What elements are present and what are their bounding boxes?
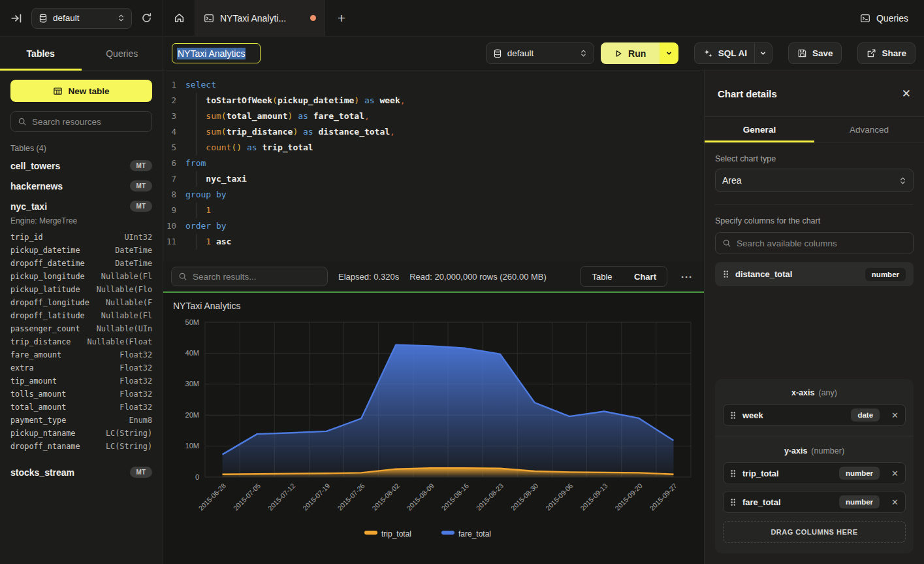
table-name: hackernews — [10, 181, 63, 191]
available-column-distance_total[interactable]: distance_total number — [715, 262, 914, 286]
drop-zone[interactable]: DRAG COLUMNS HERE — [723, 521, 906, 543]
code-text: nyc_taxi — [185, 171, 247, 187]
chart-panel: 0 10M 20M 30M 40M 50M2015-06-282015-07-0… — [163, 291, 704, 564]
table-name: cell_towers — [10, 161, 60, 171]
column-name: pickup_longitude — [10, 272, 85, 281]
chart-type-selector[interactable]: Area — [715, 169, 914, 192]
svg-text:2015-08-23: 2015-08-23 — [475, 482, 505, 512]
sql-ai-options-button[interactable] — [754, 43, 772, 63]
svg-text:2015-07-26: 2015-07-26 — [336, 482, 366, 512]
more-options-icon[interactable]: ··· — [678, 271, 696, 282]
table-item-stocks_stream[interactable]: stocks_stream MT — [0, 462, 163, 482]
column-item-dropoff_datetime: dropoff_datetime DateTime — [0, 257, 163, 270]
share-button[interactable]: Share — [857, 42, 916, 64]
column-name: dropoff_latitude — [10, 311, 85, 320]
terminal-icon — [204, 13, 214, 24]
table-item-hackernews[interactable]: hackernews MT — [0, 176, 163, 196]
field-type-badge: number — [839, 467, 880, 480]
axis-field-week[interactable]: week date ✕ — [723, 404, 906, 426]
svg-text:2015-09-27: 2015-09-27 — [648, 482, 678, 512]
legend-item-fare_total[interactable]: fare_total — [441, 529, 491, 539]
line-number: 4 — [163, 124, 185, 140]
table-item-cell_towers[interactable]: cell_towers MT — [0, 156, 163, 176]
drag-handle-icon[interactable] — [730, 469, 736, 478]
sidebar-tabs: Tables Queries — [0, 37, 163, 71]
new-tab-button[interactable]: + — [325, 0, 358, 36]
database-selector[interactable]: default — [31, 8, 132, 29]
run-button[interactable]: Run — [601, 42, 660, 64]
collapse-sidebar-icon[interactable] — [10, 12, 22, 24]
queries-button[interactable]: Queries — [844, 0, 924, 36]
column-type: Nullable(Fl — [101, 272, 152, 281]
columns-search-input[interactable] — [737, 239, 906, 248]
drag-handle-icon[interactable] — [730, 498, 736, 506]
sql-ai-button[interactable]: SQL AI — [694, 42, 773, 64]
sparkles-icon — [703, 48, 713, 58]
y-axis-label: y-axis — [784, 446, 807, 456]
svg-text:2015-08-30: 2015-08-30 — [509, 482, 540, 512]
panel-tab-advanced[interactable]: Advanced — [814, 117, 924, 142]
axis-field-fare_total[interactable]: fare_total number ✕ — [723, 491, 906, 513]
sql-editor[interactable]: 1 select 2 toStartOfWeek(pickup_datetime… — [163, 71, 704, 261]
queries-button-label: Queries — [876, 13, 908, 24]
svg-text:40M: 40M — [185, 349, 199, 357]
remove-field-icon[interactable]: ✕ — [891, 498, 899, 506]
drag-handle-icon[interactable] — [723, 270, 729, 278]
column-name: tolls_amount — [10, 390, 66, 399]
view-toggle-table[interactable]: Table — [581, 267, 624, 286]
run-database-selector[interactable]: default — [486, 42, 594, 64]
save-button[interactable]: Save — [788, 42, 842, 64]
column-type: DateTime — [115, 246, 152, 255]
database-icon — [493, 49, 502, 58]
legend-item-trip_total[interactable]: trip_total — [364, 529, 411, 539]
sidebar-tab-queries[interactable]: Queries — [82, 37, 163, 70]
divider — [715, 204, 914, 205]
column-name: trip_id — [10, 233, 43, 242]
column-item-total_amount: total_amount Float32 — [0, 401, 163, 414]
column-item-dropoff_longitude: dropoff_longitude Nullable(F — [0, 296, 163, 309]
column-item-fare_amount: fare_amount Float32 — [0, 348, 163, 361]
query-title-value: NYTaxi Analytics — [177, 48, 246, 59]
run-options-button[interactable] — [660, 42, 678, 64]
new-table-button[interactable]: New table — [10, 80, 152, 102]
tables-section-header: Tables (4) — [10, 144, 152, 153]
axis-field-trip_total[interactable]: trip_total number ✕ — [723, 462, 906, 484]
resources-search-input[interactable] — [32, 117, 145, 127]
column-item-pickup_longitude: pickup_longitude Nullable(Fl — [0, 270, 163, 283]
elapsed-time: Elapsed: 0.320s — [338, 272, 399, 282]
code-text: sum(total_amount) as fare_total, — [185, 108, 370, 124]
play-icon — [614, 49, 623, 58]
remove-field-icon[interactable]: ✕ — [891, 469, 899, 478]
area-chart[interactable]: 0 10M 20M 30M 40M 50M2015-06-282015-07-0… — [163, 293, 704, 564]
home-button[interactable] — [163, 0, 195, 36]
line-number: 6 — [163, 156, 185, 171]
svg-text:trip_total: trip_total — [381, 529, 411, 539]
drag-handle-icon[interactable] — [730, 411, 736, 420]
column-type: Nullable(Float — [88, 337, 152, 346]
specify-columns-label: Specify columns for the chart — [715, 216, 914, 225]
y-axis-header: y-axis(number) — [723, 446, 906, 456]
column-name: total_amount — [10, 403, 66, 412]
line-number: 3 — [163, 108, 185, 124]
panel-tab-general[interactable]: General — [705, 117, 814, 142]
refresh-icon[interactable] — [141, 12, 152, 24]
column-type: Nullable(UIn — [97, 324, 152, 333]
save-icon — [797, 48, 807, 58]
line-number: 10 — [163, 218, 185, 234]
code-line-11: 11 1 asc — [163, 234, 704, 250]
column-item-trip_distance: trip_distance Nullable(Float — [0, 335, 163, 348]
results-search-input[interactable] — [193, 272, 321, 282]
tab-nytaxi-analytics[interactable]: NYTaxi Analyti... — [195, 0, 325, 36]
table-item-nyc_taxi[interactable]: nyc_taxi MT — [0, 196, 163, 216]
close-icon[interactable]: ✕ — [902, 88, 911, 99]
chart-type-value: Area — [722, 175, 742, 186]
search-icon — [722, 239, 731, 248]
query-title-input[interactable]: NYTaxi Analytics — [172, 43, 261, 63]
chart-type-label: Select chart type — [715, 154, 914, 163]
column-type: Float32 — [119, 376, 152, 386]
remove-field-icon[interactable]: ✕ — [891, 411, 899, 420]
sidebar-tab-tables[interactable]: Tables — [0, 37, 82, 70]
field-type-badge: date — [851, 408, 880, 422]
column-name: fare_amount — [10, 350, 61, 359]
view-toggle-chart[interactable]: Chart — [624, 267, 667, 286]
